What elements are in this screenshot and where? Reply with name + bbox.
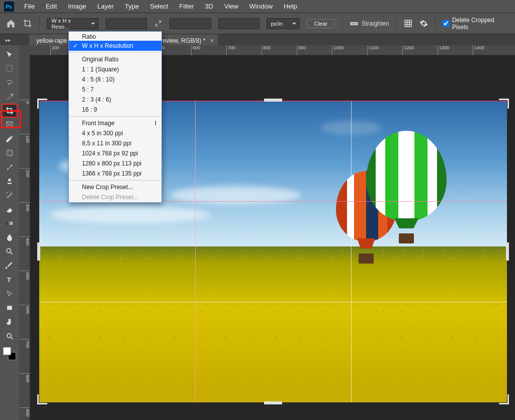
document-tab[interactable]: yellow-rape	[29, 34, 71, 45]
brush-tool[interactable]	[3, 161, 17, 173]
chevron-down-icon	[91, 23, 95, 25]
straighten-button[interactable]: Straighten	[350, 19, 389, 28]
blur-tool[interactable]	[3, 231, 17, 243]
preset-option[interactable]: Ratio	[69, 32, 161, 41]
shortcut-label: I	[155, 120, 156, 127]
svg-point-10	[11, 154, 12, 155]
ruler-tick: 700	[19, 339, 30, 348]
menu-file[interactable]: File	[19, 1, 40, 12]
menu-help[interactable]: Help	[279, 1, 302, 12]
preset-option[interactable]: 1280 x 800 px 113 ppi	[69, 158, 161, 169]
svg-point-8	[11, 151, 12, 152]
preset-option[interactable]: 2 : 3 (4 : 6)	[69, 95, 161, 105]
ruler-tick: 400	[19, 236, 30, 245]
gradient-tool[interactable]	[3, 217, 17, 229]
crop-height-input[interactable]	[169, 18, 211, 29]
preset-option[interactable]: 8,5 x 11 in 300 ppi	[69, 138, 161, 148]
menu-filter[interactable]: Filter	[174, 1, 199, 12]
crop-width-input[interactable]	[106, 18, 147, 29]
menu-layer[interactable]: Layer	[93, 1, 119, 12]
home-icon[interactable]	[6, 19, 16, 29]
menu-3d[interactable]: 3D	[200, 1, 218, 12]
menu-type[interactable]: Type	[120, 1, 144, 12]
clone-stamp-tool[interactable]	[3, 175, 17, 187]
panel-expander-icon[interactable]: ▸▸	[0, 37, 16, 43]
svg-point-7	[8, 151, 9, 152]
eraser-tool[interactable]	[3, 203, 17, 215]
svg-point-15	[7, 333, 11, 338]
color-swatches[interactable]	[3, 347, 16, 360]
rectangle-tool[interactable]	[3, 302, 17, 314]
crop-icon	[23, 19, 32, 29]
preset-option[interactable]: 4 x 5 in 300 ppi	[69, 128, 161, 138]
preset-option: Delete Crop Preset...	[69, 192, 161, 202]
menu-window[interactable]: Window	[244, 1, 278, 12]
ruler-origin[interactable]	[19, 45, 30, 55]
dodge-tool[interactable]	[3, 245, 17, 258]
frame-tool[interactable]	[3, 119, 17, 131]
crop-settings-icon[interactable]	[419, 19, 428, 28]
foreground-color-swatch[interactable]	[3, 347, 11, 355]
ruler-tick: 800	[262, 45, 271, 55]
preset-option[interactable]: Original Ratio	[69, 54, 161, 64]
ruler-tick: 0	[19, 100, 30, 104]
straighten-icon	[350, 19, 359, 28]
ruler-tick: 600	[19, 305, 30, 314]
preset-option[interactable]: Front ImageI	[69, 118, 161, 128]
menu-image[interactable]: Image	[63, 1, 91, 12]
preset-option[interactable]: 4 : 5 (8 : 10)	[69, 74, 161, 85]
ruler-tick: 1100	[367, 45, 379, 55]
ruler-tick: 1300	[438, 45, 449, 55]
path-select-tool[interactable]	[3, 288, 17, 300]
menu-edit[interactable]: Edit	[41, 1, 62, 12]
preset-option[interactable]: 16 : 9	[69, 105, 161, 115]
ruler-tick: 300	[19, 202, 30, 211]
preset-option[interactable]: 1 : 1 (Square)	[69, 64, 161, 74]
preset-option[interactable]: New Crop Preset...	[69, 182, 161, 192]
menu-view[interactable]: View	[219, 1, 243, 12]
menu-select[interactable]: Select	[145, 1, 173, 12]
lasso-tool[interactable]	[3, 76, 17, 89]
marquee-tool[interactable]	[3, 62, 17, 74]
svg-point-12	[7, 248, 11, 253]
crop-units-dropdown[interactable]: px/in	[267, 18, 300, 29]
preset-option[interactable]: 1024 x 768 px 92 ppi	[69, 148, 161, 158]
svg-text:T: T	[7, 276, 11, 284]
hand-tool[interactable]	[3, 316, 17, 328]
preset-option[interactable]: W x H x Resolution	[69, 41, 161, 51]
ruler-tick: 600	[191, 45, 200, 55]
type-tool[interactable]: T	[3, 274, 17, 286]
ruler-tick: 1200	[402, 45, 414, 55]
crop-resolution-input[interactable]	[218, 18, 260, 29]
ruler-tick: 700	[226, 45, 235, 55]
swap-dimensions-icon[interactable]	[154, 19, 162, 28]
svg-rect-14	[7, 306, 12, 310]
overlay-options-icon[interactable]	[404, 19, 412, 28]
healing-brush-tool[interactable]	[3, 147, 17, 159]
ruler-tick: 500	[19, 271, 30, 280]
magic-wand-tool[interactable]	[3, 91, 17, 103]
app-logo-icon: Ps	[4, 2, 14, 12]
svg-text:Ps: Ps	[6, 4, 12, 10]
svg-rect-11	[7, 222, 12, 225]
ruler-tick: 200	[50, 45, 59, 55]
crop-units-selected: px/in	[271, 21, 283, 27]
preset-option[interactable]: 5 : 7	[69, 85, 161, 95]
history-brush-tool[interactable]	[3, 189, 17, 201]
crop-preset-dropdown[interactable]: W x H x Reso...	[47, 18, 99, 29]
delete-cropped-pixels-checkbox[interactable]: Delete Cropped Pixels	[443, 17, 509, 31]
zoom-tool[interactable]	[3, 330, 17, 342]
pen-tool[interactable]	[3, 260, 17, 272]
close-tab-icon[interactable]: ×	[210, 37, 214, 44]
crop-preset-selected: W x H x Reso...	[51, 18, 88, 30]
move-tool[interactable]	[3, 48, 17, 60]
vertical-ruler[interactable]: 0100200300400500600700800900	[19, 55, 30, 420]
crop-tool[interactable]	[3, 105, 17, 117]
eyedropper-tool[interactable]	[3, 133, 17, 145]
delete-cropped-pixels-input[interactable]	[443, 20, 449, 27]
straighten-label: Straighten	[362, 20, 389, 27]
clear-button[interactable]: Clear	[307, 19, 335, 28]
ruler-tick: 100	[19, 134, 30, 143]
preset-option[interactable]: 1366 x 768 px 135 ppi	[69, 169, 161, 179]
crop-preset-popup[interactable]: RatioW x H x ResolutionOriginal Ratio1 :…	[68, 31, 162, 203]
